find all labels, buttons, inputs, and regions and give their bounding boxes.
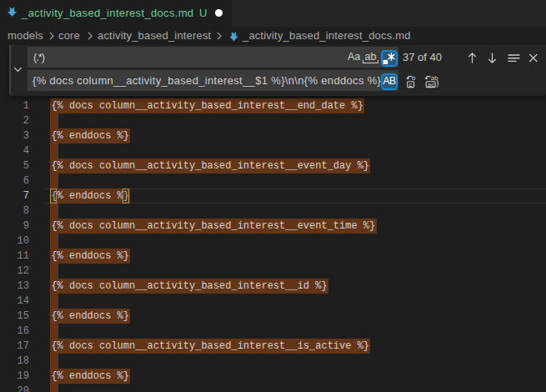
svg-text:c: c [409,81,413,88]
svg-text:ac: ac [428,81,434,88]
svg-text:b: b [412,74,416,82]
